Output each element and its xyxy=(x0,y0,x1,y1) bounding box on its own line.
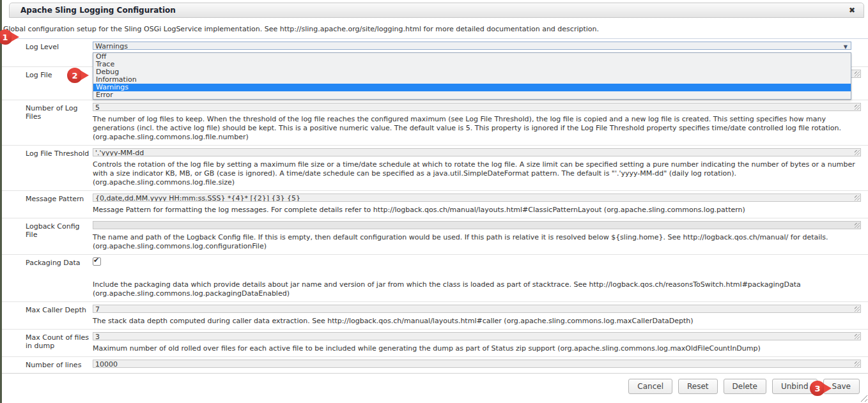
number-of-log-files-input[interactable]: 5 xyxy=(93,103,861,111)
field-description: Maximum number of old rolled over files … xyxy=(93,344,863,353)
log-level-selected-value: Warnings xyxy=(95,42,128,50)
resize-grip-icon[interactable] xyxy=(859,393,867,402)
config-dialog: Apache Sling Logging Configuration ✖ Glo… xyxy=(2,0,868,403)
max-count-files-input[interactable]: 3 xyxy=(93,332,861,340)
max-caller-depth-input[interactable]: 7 xyxy=(93,305,861,313)
field-description: Controls the rotation of the log file by… xyxy=(93,160,863,187)
log-level-select[interactable]: Warnings ▼ xyxy=(93,42,851,50)
form-row-logback-config-file: Logback Config File The name and path of… xyxy=(2,218,868,254)
dialog-description: Global configuration setup for the Sling… xyxy=(3,25,863,33)
form-row-log-level: Log Level Warnings ▼ Off Trace Debug Inf… xyxy=(2,38,868,66)
number-of-lines-input[interactable]: 10000 xyxy=(93,360,861,368)
check-icon: ✔ xyxy=(93,256,99,264)
config-form: Log Level Warnings ▼ Off Trace Debug Inf… xyxy=(2,38,868,384)
field-description: Include the packaging data which provide… xyxy=(93,280,863,298)
dialog-titlebar: Apache Sling Logging Configuration ✖ xyxy=(9,3,864,18)
dropdown-option-information[interactable]: Information xyxy=(93,76,851,84)
form-row-max-caller-depth: Max Caller Depth 7 The stack data depth … xyxy=(2,301,868,329)
dialog-title: Apache Sling Logging Configuration xyxy=(20,3,176,17)
log-file-threshold-input[interactable]: '.'yyyy-MM-dd xyxy=(93,148,861,156)
logback-config-file-input[interactable] xyxy=(93,221,861,229)
form-row-message-pattern: Message Pattern {0,date,dd.MM.yyyy HH:mm… xyxy=(2,190,868,218)
annotation-badge-2: 2 xyxy=(67,68,82,83)
dropdown-option-warnings[interactable]: Warnings xyxy=(93,84,851,91)
delete-button[interactable]: Delete xyxy=(724,379,766,394)
close-icon[interactable]: ✖ xyxy=(849,6,855,14)
field-description: The number of log files to keep. When th… xyxy=(93,115,863,142)
field-description: Message Pattern for formatting the log m… xyxy=(93,206,863,215)
dropdown-option-trace[interactable]: Trace xyxy=(93,61,851,68)
form-row-packaging-data: Packaging Data ✔ Include the packaging d… xyxy=(2,254,868,301)
form-row-number-of-log-files: Number of Log Files 5 The number of log … xyxy=(2,100,868,145)
cancel-button[interactable]: Cancel xyxy=(628,379,672,394)
message-pattern-input[interactable]: {0,date,dd.MM.yyyy HH:mm:ss.SSS} *{4}* [… xyxy=(93,194,861,202)
reset-button[interactable]: Reset xyxy=(678,379,718,394)
field-label: Number of Log Files xyxy=(2,103,93,142)
log-level-dropdown-list: Off Trace Debug Information Warnings Err… xyxy=(93,52,851,100)
form-row-max-count-of-files: Max Count of files in dump 3 Maximum num… xyxy=(2,329,868,356)
field-label: Log Level xyxy=(2,42,93,63)
field-description: The stack data depth computed during cal… xyxy=(93,317,863,326)
field-label: Max Count of files in dump xyxy=(2,332,93,353)
dropdown-option-debug[interactable]: Debug xyxy=(93,68,851,76)
field-label: Max Caller Depth xyxy=(2,305,93,326)
field-description: The name and path of the Logback Config … xyxy=(93,233,863,251)
dropdown-option-off[interactable]: Off xyxy=(93,53,851,61)
packaging-data-checkbox[interactable]: ✔ xyxy=(93,257,101,266)
field-label: Message Pattern xyxy=(2,194,93,215)
dropdown-option-error[interactable]: Error xyxy=(93,91,851,99)
chevron-down-icon: ▼ xyxy=(844,43,848,51)
annotation-badge-3: 3 xyxy=(810,381,825,396)
dialog-footer: Cancel Reset Delete Unbind Save xyxy=(2,373,868,403)
form-row-log-file-threshold: Log File Threshold '.'yyyy-MM-dd Control… xyxy=(2,145,868,190)
field-label: Packaging Data xyxy=(2,257,93,298)
field-label: Log File Threshold xyxy=(2,148,93,187)
field-label: Logback Config File xyxy=(2,221,93,251)
